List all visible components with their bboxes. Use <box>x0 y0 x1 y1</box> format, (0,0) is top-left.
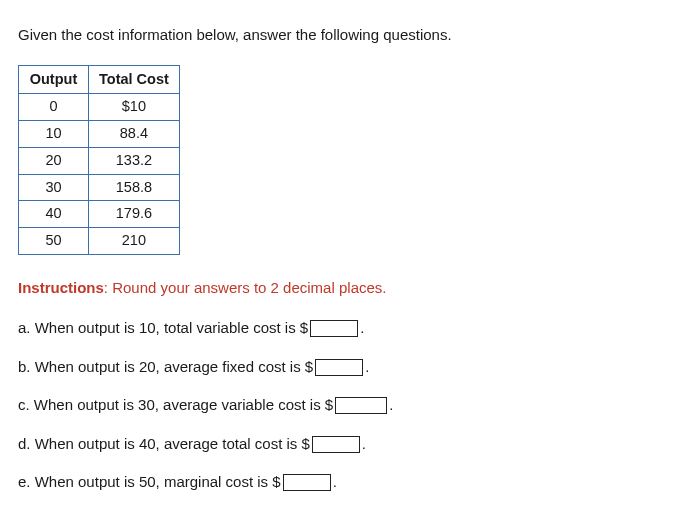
cell-cost: 133.2 <box>89 147 180 174</box>
question-b-suffix: . <box>365 356 369 379</box>
table-row: 0 $10 <box>19 94 180 121</box>
question-a-prefix: a. When output is 10, total variable cos… <box>18 317 308 340</box>
question-b-prefix: b. When output is 20, average fixed cost… <box>18 356 313 379</box>
table-row: 10 88.4 <box>19 121 180 148</box>
instructions: Instructions: Round your answers to 2 de… <box>18 277 682 300</box>
cell-cost: 158.8 <box>89 174 180 201</box>
cost-table: Output Total Cost 0 $10 10 88.4 20 133.2… <box>18 65 180 255</box>
instructions-label: Instructions <box>18 279 104 296</box>
question-e-prefix: e. When output is 50, marginal cost is $ <box>18 471 281 494</box>
cell-output: 0 <box>19 94 89 121</box>
question-d: d. When output is 40, average total cost… <box>18 433 682 456</box>
intro-text: Given the cost information below, answer… <box>18 24 682 47</box>
table-row: 50 210 <box>19 228 180 255</box>
question-b: b. When output is 20, average fixed cost… <box>18 356 682 379</box>
col-header-total-cost: Total Cost <box>89 65 180 94</box>
question-c: c. When output is 30, average variable c… <box>18 394 682 417</box>
answer-input-c[interactable] <box>335 397 387 414</box>
question-d-prefix: d. When output is 40, average total cost… <box>18 433 310 456</box>
cell-output: 50 <box>19 228 89 255</box>
cell-output: 10 <box>19 121 89 148</box>
cell-output: 40 <box>19 201 89 228</box>
cell-cost: 179.6 <box>89 201 180 228</box>
answer-input-e[interactable] <box>283 474 331 491</box>
question-c-suffix: . <box>389 394 393 417</box>
cell-cost: $10 <box>89 94 180 121</box>
question-e-suffix: . <box>333 471 337 494</box>
col-header-output: Output <box>19 65 89 94</box>
cell-output: 30 <box>19 174 89 201</box>
cell-cost: 88.4 <box>89 121 180 148</box>
question-a: a. When output is 10, total variable cos… <box>18 317 682 340</box>
table-row: 20 133.2 <box>19 147 180 174</box>
question-c-prefix: c. When output is 30, average variable c… <box>18 394 333 417</box>
table-row: 40 179.6 <box>19 201 180 228</box>
instructions-text: : Round your answers to 2 decimal places… <box>104 279 387 296</box>
answer-input-a[interactable] <box>310 320 358 337</box>
table-row: 30 158.8 <box>19 174 180 201</box>
cell-cost: 210 <box>89 228 180 255</box>
question-e: e. When output is 50, marginal cost is $… <box>18 471 682 494</box>
answer-input-b[interactable] <box>315 359 363 376</box>
answer-input-d[interactable] <box>312 436 360 453</box>
cell-output: 20 <box>19 147 89 174</box>
question-d-suffix: . <box>362 433 366 456</box>
question-a-suffix: . <box>360 317 364 340</box>
